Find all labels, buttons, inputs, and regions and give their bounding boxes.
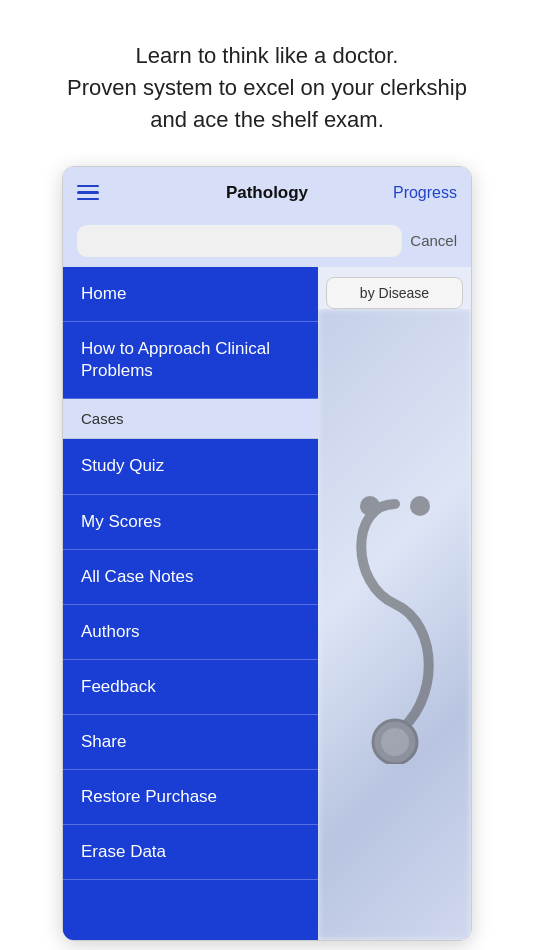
- sidebar-item-my-scores[interactable]: My Scores: [63, 495, 318, 550]
- sidebar-item-restore-purchase[interactable]: Restore Purchase: [63, 770, 318, 825]
- sidebar-item-feedback[interactable]: Feedback: [63, 660, 318, 715]
- stethoscope-icon: [340, 484, 450, 764]
- sidebar-bottom: [63, 880, 318, 940]
- search-bar-area: Cancel: [63, 219, 471, 267]
- sidebar-section-cases: Cases: [63, 399, 318, 440]
- progress-button[interactable]: Progress: [393, 184, 457, 202]
- cancel-button[interactable]: Cancel: [410, 232, 457, 249]
- sidebar-item-study-quiz[interactable]: Study Quiz: [63, 439, 318, 494]
- sidebar-item-all-case-notes[interactable]: All Case Notes: [63, 550, 318, 605]
- sidebar-item-authors[interactable]: Authors: [63, 605, 318, 660]
- by-disease-button[interactable]: by Disease: [326, 277, 463, 309]
- stethoscope-area: [318, 309, 471, 941]
- svg-point-1: [410, 496, 430, 516]
- sidebar-item-home[interactable]: Home: [63, 267, 318, 322]
- svg-point-3: [381, 728, 409, 756]
- search-input[interactable]: [77, 225, 402, 257]
- sidebar-item-share[interactable]: Share: [63, 715, 318, 770]
- svg-point-0: [360, 496, 380, 516]
- hamburger-icon[interactable]: [77, 185, 99, 201]
- content-area: Home How to Approach Clinical Problems C…: [63, 267, 471, 941]
- phone-frame: Pathology Progress Cancel Home How to Ap…: [62, 166, 472, 942]
- nav-bar: Pathology Progress: [63, 167, 471, 219]
- sidebar-item-approach[interactable]: How to Approach Clinical Problems: [63, 322, 318, 399]
- right-panel: by Disease: [318, 267, 471, 941]
- tagline: Learn to think like a doctor. Proven sys…: [37, 0, 497, 166]
- sidebar-item-erase-data[interactable]: Erase Data: [63, 825, 318, 880]
- sidebar: Home How to Approach Clinical Problems C…: [63, 267, 318, 941]
